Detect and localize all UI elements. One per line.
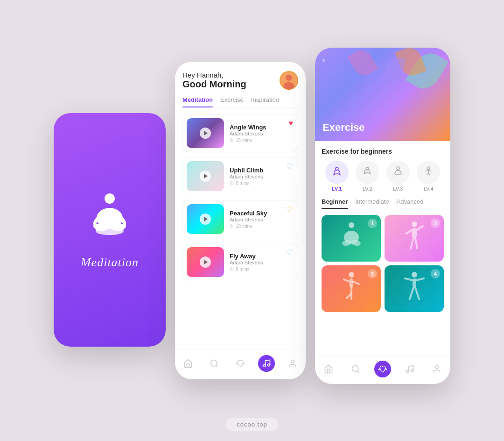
card-title-2: Uphil Climb bbox=[230, 167, 294, 174]
diff-tab-advanced[interactable]: Advanced bbox=[397, 198, 424, 209]
card-title-4: Fly Away bbox=[230, 253, 294, 260]
clock-icon-4: ⏱ bbox=[230, 267, 234, 272]
phone-splash: Meditation bbox=[54, 113, 166, 347]
meditation-card-4[interactable]: Fly Away Adam Stevens ⏱ 8 mins ♡ bbox=[182, 243, 298, 281]
svg-point-32 bbox=[411, 370, 413, 372]
clock-icon-3: ⏱ bbox=[230, 224, 234, 229]
level-item-3[interactable]: LV.3 bbox=[386, 161, 410, 192]
exercise-bg-2: 2 bbox=[385, 215, 444, 262]
play-button-3[interactable] bbox=[200, 213, 211, 225]
app-title: Meditation bbox=[81, 256, 139, 270]
card-author-4: Adam Stevens bbox=[230, 260, 294, 265]
back-button[interactable]: ‹ bbox=[322, 55, 325, 65]
greeting-row: Hey Hannah, Good Morning bbox=[182, 71, 298, 90]
tab-inspiration[interactable]: Inspiration bbox=[251, 96, 279, 107]
svg-point-6 bbox=[121, 224, 126, 228]
svg-point-12 bbox=[263, 365, 266, 367]
diff-tab-intermediate[interactable]: Intermediate bbox=[355, 198, 389, 209]
greeting-text: Hey Hannah, Good Morning bbox=[182, 71, 246, 90]
nav-lotus[interactable] bbox=[232, 355, 249, 372]
card-thumb-2 bbox=[187, 161, 224, 191]
svg-point-27 bbox=[412, 272, 417, 277]
section-title: Exercise for beginners bbox=[322, 148, 444, 155]
exercise-title: Exercise bbox=[322, 121, 365, 134]
ex-nav-home[interactable] bbox=[320, 361, 337, 377]
meditation-figure bbox=[86, 190, 133, 246]
exercise-card-3[interactable]: 3 bbox=[322, 265, 381, 312]
heart-icon-2[interactable]: ♡ bbox=[287, 162, 293, 171]
level-icon-4 bbox=[417, 161, 440, 184]
level-item-2[interactable]: LV.2 bbox=[356, 161, 379, 192]
svg-point-33 bbox=[435, 366, 439, 369]
exercise-bg-1: 1 bbox=[322, 215, 381, 262]
ex-nav-music[interactable] bbox=[401, 361, 418, 377]
play-button-1[interactable] bbox=[200, 128, 211, 139]
play-button-2[interactable] bbox=[200, 171, 211, 182]
level-label-1: LV.1 bbox=[332, 186, 342, 192]
exercise-card-2[interactable]: 2 bbox=[385, 215, 444, 262]
tab-exercise[interactable]: Exercise bbox=[220, 96, 244, 107]
exercise-bottom-nav bbox=[315, 356, 450, 384]
meditation-card-3[interactable]: Peaceful Sky Adam Stevens ⏱ 10 mins ♡ bbox=[182, 200, 298, 238]
meditation-card-2[interactable]: Uphil Climb Adam Stevens ⏱ 8 mins ♡ bbox=[182, 157, 298, 195]
exercise-content: Exercise for beginners LV.1 bbox=[315, 141, 450, 356]
bottom-nav-meditation bbox=[175, 349, 306, 379]
svg-point-29 bbox=[352, 366, 358, 372]
card-author-1: Adam Stevens bbox=[230, 131, 294, 136]
svg-point-23 bbox=[412, 221, 417, 227]
meditation-card-1[interactable]: Angle Wings Adam Stevens ⏱ 15 mins ♥ bbox=[182, 114, 298, 152]
ex-nav-profile[interactable] bbox=[428, 361, 445, 377]
level-item-4[interactable]: LV.4 bbox=[417, 161, 440, 192]
meditation-content: Hey Hannah, Good Morning Meditation Exer… bbox=[175, 62, 306, 349]
svg-point-25 bbox=[349, 272, 354, 277]
heart-icon-4[interactable]: ♡ bbox=[287, 248, 293, 257]
leaf-decoration-4 bbox=[347, 48, 378, 79]
card-thumb-3 bbox=[187, 204, 224, 234]
card-info-3: Peaceful Sky Adam Stevens ⏱ 10 mins bbox=[230, 210, 294, 229]
ex-nav-search[interactable] bbox=[347, 361, 364, 377]
svg-point-19 bbox=[349, 222, 354, 228]
nav-search[interactable] bbox=[206, 355, 223, 372]
card-duration-4: ⏱ 8 mins bbox=[230, 267, 294, 272]
svg-point-31 bbox=[406, 370, 409, 373]
tab-meditation[interactable]: Meditation bbox=[182, 96, 213, 107]
level-icon-1 bbox=[325, 161, 349, 184]
card-duration-2: ⏱ 8 mins bbox=[230, 181, 294, 186]
levels-row: LV.1 LV.2 bbox=[322, 161, 444, 192]
play-button-4[interactable] bbox=[200, 256, 211, 268]
card-thumb-1 bbox=[187, 118, 224, 148]
svg-point-17 bbox=[397, 167, 399, 170]
exercise-grid: 1 2 bbox=[322, 215, 444, 312]
nav-profile[interactable] bbox=[284, 355, 301, 372]
exercise-number-4: 4 bbox=[431, 269, 440, 278]
diff-tab-beginner[interactable]: Beginner bbox=[322, 198, 348, 209]
level-icon-3 bbox=[386, 161, 410, 184]
svg-line-11 bbox=[216, 365, 218, 367]
svg-point-13 bbox=[268, 364, 270, 366]
svg-rect-26 bbox=[350, 278, 353, 288]
heart-icon-1[interactable]: ♥ bbox=[289, 119, 294, 128]
level-item-1[interactable]: LV.1 bbox=[325, 161, 349, 192]
exercise-bg-3: 3 bbox=[322, 265, 381, 312]
card-title-3: Peaceful Sky bbox=[230, 210, 294, 217]
level-icon-2 bbox=[356, 161, 379, 184]
exercise-bg-4: 4 bbox=[385, 265, 444, 312]
phone-exercise: ‹ Exercise Exercise for beginners L bbox=[315, 48, 450, 384]
ex-nav-lotus[interactable] bbox=[374, 361, 391, 377]
svg-point-9 bbox=[284, 82, 294, 89]
heart-icon-3[interactable]: ♡ bbox=[287, 205, 293, 214]
svg-point-10 bbox=[211, 360, 217, 366]
phone-meditation-list: Hey Hannah, Good Morning Meditation Exer… bbox=[175, 62, 306, 379]
tabs: Meditation Exercise Inspiration bbox=[182, 96, 298, 107]
nav-home[interactable] bbox=[180, 355, 196, 372]
nav-music[interactable] bbox=[258, 355, 275, 372]
exercise-card-1[interactable]: 1 bbox=[322, 215, 381, 262]
leaf-decoration-3 bbox=[383, 56, 406, 82]
exercise-number-1: 1 bbox=[368, 219, 377, 228]
exercise-card-4[interactable]: 4 bbox=[385, 265, 444, 312]
level-label-4: LV.4 bbox=[424, 186, 434, 192]
svg-point-4 bbox=[96, 228, 124, 235]
card-thumb-4 bbox=[187, 247, 224, 277]
desktop-frame: Meditation Hey Hannah, Good Morning Me bbox=[19, 15, 485, 426]
exercise-header: ‹ Exercise bbox=[315, 48, 450, 141]
